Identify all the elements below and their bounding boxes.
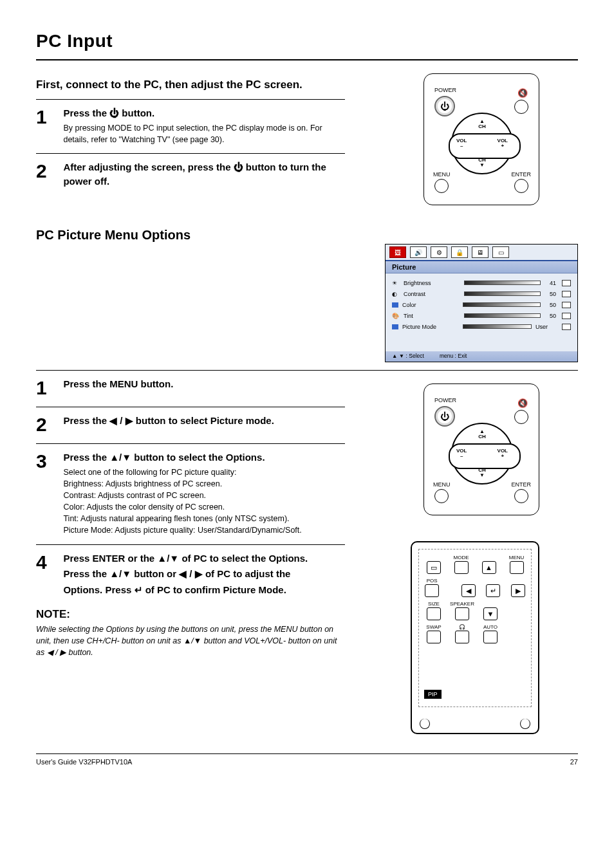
osd-row[interactable]: Color 50 [392,299,571,310]
step-number: 2 [36,160,60,182]
option-text: Tint: Adjusts natural appearing flesh to… [63,513,340,524]
osd-foot-exit: menu : Exit [440,353,467,360]
mute-button[interactable] [514,410,528,424]
step-title-prefix: Press the [63,415,109,426]
auto-button[interactable] [483,631,498,643]
brightness-icon: ☀ [392,280,400,286]
down-button[interactable]: ▼ [483,607,498,620]
pc-menu-title: PC Picture Menu Options [36,228,345,243]
headphone-icon: 🎧 [459,624,465,630]
step-body-text: By pressing MODE to PC input selection, … [63,122,340,145]
osd-slider[interactable] [464,291,541,296]
power-label: POWER [434,87,456,93]
pc-step-1: 1 Press the MENU button. [36,377,345,399]
swap-button[interactable] [427,631,441,643]
enter-label: ENTER [511,171,531,178]
pip-section-label: PIP [424,690,442,699]
step-number: 3 [36,450,60,472]
vol-minus-label: VOL – [456,448,467,459]
step-title-suffix: button. [119,107,154,118]
step-2: 2 After adjusting the screen, press the … [36,160,345,190]
osd-tab-settings[interactable]: ⚙ [431,246,447,258]
osd-slider[interactable] [464,281,541,285]
menu-button[interactable] [434,489,449,503]
line-suffix: of PC to select the Options. [181,553,308,564]
up-down-icon: ▲/▼ [109,568,131,579]
remote-diagram: POWER ⏻ 🔇 ▲ CH CH ▼ VOL – VOL + MENU ENT… [423,383,539,515]
step-number: 4 [36,551,60,573]
up-down-icon: ▲/▼ [157,553,179,564]
osd-value: 41 [544,280,556,286]
line-suffix: of PC to confirm Picture Mode. [145,584,286,595]
dpad[interactable]: ▲ CH CH ▼ VOL – VOL + [451,113,513,174]
tint-icon: 🎨 [392,313,400,319]
osd-panel: 🖼 🔊 ⚙ 🔒 🖥 ▭ Picture ☀ Brightness 41 ◐ [385,244,578,362]
osd-tab-lock[interactable]: 🔒 [451,246,468,258]
power-button[interactable]: ⏻ [434,406,455,427]
remote-diagram: POWER ⏻ 🔇 ▲ CH CH ▼ VOL – VOL + MENU ENT… [423,73,539,205]
osd-slider[interactable] [463,302,541,307]
osd-tab-pip[interactable]: ▭ [492,246,509,258]
size-button[interactable] [427,607,441,620]
pc-step-4: 4 Press ENTER or the ▲/▼ of PC to select… [36,551,345,599]
power-icon: ⏻ [440,411,449,421]
up-button[interactable]: ▲ [482,561,496,574]
menu-button[interactable] [434,179,449,193]
option-text: Brightness: Adjusts brightness of PC scr… [63,478,340,490]
step-title-suffix: button to select the Options. [134,452,265,463]
color-icon [392,302,398,308]
dpad[interactable]: ▲ CH CH ▼ VOL – VOL + [451,423,513,485]
ch-up-label: ▲ CH [452,429,512,439]
speaker-label: SPEAKER [450,601,474,607]
osd-row[interactable]: 🎨 Tint 50 [392,310,571,321]
osd-preview-box [562,302,571,308]
auto-label: AUTO [483,624,498,630]
option-text: Color: Adjusts the color density of PC s… [63,501,340,513]
osd-slider[interactable] [463,324,532,329]
enter-button[interactable]: ↵ [486,584,500,597]
vol-minus-label: VOL – [456,138,467,149]
note-label: NOTE: [36,608,345,621]
osd-value: 50 [544,302,556,308]
enter-label: ENTER [511,481,531,488]
speaker-button[interactable] [455,607,469,620]
osd-tab-audio[interactable]: 🔊 [410,246,427,258]
enter-button[interactable] [514,179,528,193]
osd-slider[interactable] [464,313,541,318]
mute-icon: 🔇 [517,398,528,408]
page-title: PC Input [36,31,578,59]
step-title-prefix: Press the [63,107,109,118]
left-button[interactable]: ◀ [461,584,476,597]
mode-button[interactable] [454,561,469,574]
power-button[interactable]: ⏻ [434,96,455,116]
footer-pageno: 27 [570,758,578,766]
pos-button[interactable] [425,584,439,597]
osd-label: Picture Mode [402,324,459,330]
osd-tab-pc[interactable]: 🖥 [472,246,488,258]
right-button[interactable]: ▶ [511,584,525,597]
osd-foot-select: ▲ ▼ : Select [392,353,424,360]
power-icon: ⏻ [440,101,449,111]
pip-toggle-button[interactable]: ▭ [427,561,441,574]
left-right-icon: ◀ / ▶ [109,415,133,426]
line-prefix: Options. Press [63,584,134,595]
osd-label: Brightness [404,280,460,286]
mute-button[interactable] [514,100,528,114]
vol-plus-label: VOL + [498,138,508,149]
menu-button[interactable] [510,561,524,574]
line-suffix: of PC to adjust the [205,568,291,579]
menu-label: MENU [509,555,525,560]
headphone-button[interactable] [455,631,469,643]
mode-label: MODE [454,555,469,560]
step-list-lead: Select one of the following for PC pictu… [63,466,340,478]
power-icon: ⏻ [109,107,119,118]
osd-row[interactable]: ☀ Brightness 41 [392,277,571,288]
pc-step-3: 3 Press the ▲/▼ button to select the Opt… [36,450,345,537]
pc-step-2: 2 Press the ◀ / ▶ button to select Pictu… [36,414,345,436]
osd-row[interactable]: ◐ Contrast 50 [392,288,571,299]
enter-button[interactable] [514,489,528,503]
osd-row[interactable]: Picture Mode User [392,321,571,332]
osd-label: Tint [404,313,460,319]
enter-icon: ↵ [135,584,143,595]
osd-tab-picture[interactable]: 🖼 [389,246,406,258]
